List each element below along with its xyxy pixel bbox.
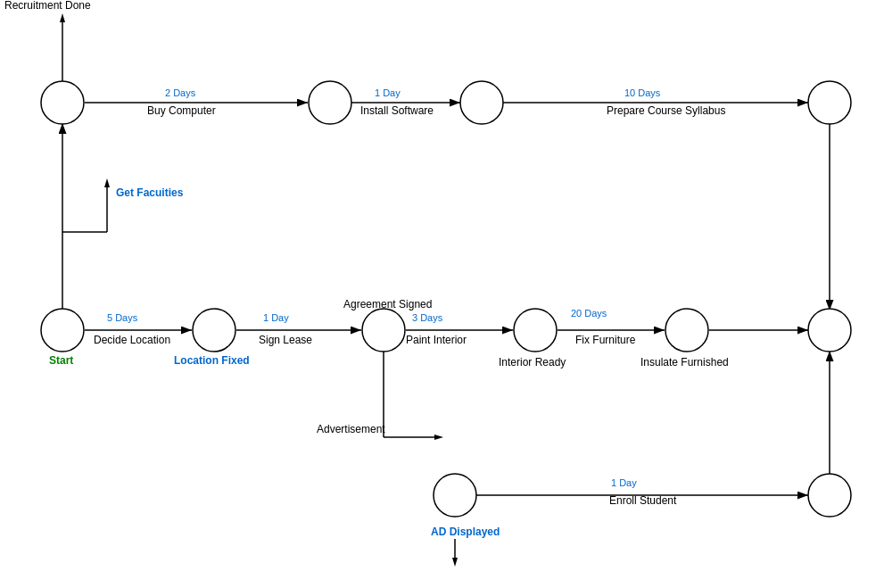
days-sign-lease: 1 Day — [263, 312, 289, 323]
node-interior-ready — [514, 309, 557, 352]
node-n3 — [309, 81, 351, 124]
recruitment-arrowhead — [60, 13, 65, 22]
node-agreement — [362, 309, 405, 352]
diagram: 2 Days Buy Computer 1 Day Install Softwa… — [0, 0, 884, 588]
label-fix-furniture: Fix Furniture — [575, 334, 636, 346]
label-agreement-signed: Agreement Signed — [343, 298, 432, 311]
label-location-fixed: Location Fixed — [174, 354, 250, 367]
label-install-software: Install Software — [360, 104, 434, 117]
node-insulate — [665, 309, 708, 352]
label-paint-interior: Paint Interior — [406, 334, 467, 346]
label-decide-location: Decide Location — [94, 334, 170, 346]
label-insulate-furnished: Insulate Furnished — [640, 356, 729, 369]
get-facuities-arrowhead — [104, 178, 110, 187]
label-recruitment-done: Recruitment Done — [4, 0, 91, 12]
node-location-fixed — [193, 309, 235, 352]
days-enroll-student: 1 Day — [611, 477, 637, 488]
node-ad-displayed — [434, 474, 476, 517]
label-course-syllabus: Prepare Course Syllabus — [607, 104, 725, 117]
label-advertisement: Advertisement — [317, 423, 385, 435]
days-buy-computer: 2 Days — [165, 87, 196, 98]
days-course-syllabus: 10 Days — [624, 87, 661, 98]
label-get-facuities: Get Facuities — [116, 186, 184, 199]
ad-arrow-down-head — [452, 558, 458, 567]
days-fix-furniture: 20 Days — [571, 308, 607, 319]
label-start: Start — [49, 354, 73, 367]
arrow-to-ad-arrowhead — [434, 435, 443, 440]
label-ad-displayed: AD Displayed — [431, 526, 500, 538]
node-n1 — [41, 81, 84, 124]
label-buy-computer: Buy Computer — [147, 104, 216, 117]
label-sign-lease: Sign Lease — [259, 334, 312, 346]
node-enroll — [808, 474, 851, 517]
node-n4 — [460, 81, 503, 124]
days-decide-location: 5 Days — [107, 312, 138, 323]
days-install-software: 1 Day — [375, 87, 401, 98]
node-end-top — [808, 81, 851, 124]
days-paint-interior: 3 Days — [412, 312, 443, 323]
label-interior-ready: Interior Ready — [499, 356, 566, 369]
node-end-right — [808, 309, 851, 352]
node-start — [41, 309, 84, 352]
label-enroll-student: Enroll Student — [609, 494, 677, 507]
